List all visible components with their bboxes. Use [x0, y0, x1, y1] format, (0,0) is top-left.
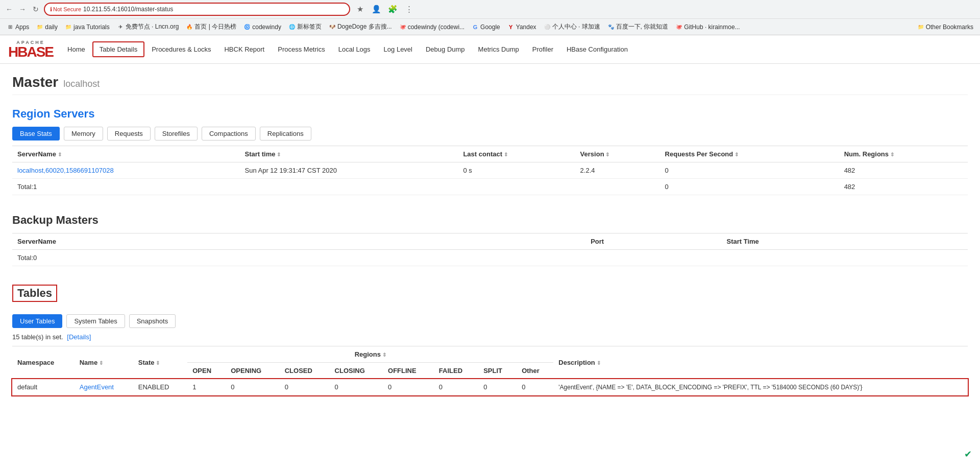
main-content: Master localhost Region Servers Base Sta…	[0, 64, 980, 406]
backup-masters-section: Backup Masters ServerName Port Start Tim…	[12, 214, 968, 266]
bookmark-java[interactable]: 📁 java Tutorials	[62, 22, 112, 32]
col-split: SPLIT	[478, 363, 517, 379]
info-icon: ℹ	[50, 6, 52, 13]
main-nav: Home Table Details Procedures & Locks HB…	[61, 41, 634, 57]
start-time-cell: Sun Apr 12 19:31:47 CST 2020	[239, 162, 458, 179]
total-version	[575, 179, 660, 195]
tables-table: Namespace Name State Regions Description…	[12, 346, 968, 395]
region-servers-table: ServerName Start time Last contact Versi…	[12, 146, 968, 195]
col-requests-per-second[interactable]: Requests Per Second	[660, 146, 839, 162]
jiasu-icon: ⚪	[544, 24, 551, 31]
table-name-link[interactable]: AgentEvent	[80, 383, 114, 391]
bookmark-newtab[interactable]: 🌐 新标签页	[286, 21, 324, 32]
region-servers-section: Region Servers Base Stats Memory Request…	[12, 107, 968, 195]
nav-home[interactable]: Home	[61, 42, 91, 56]
bookmark-daily-label: daily	[45, 24, 58, 31]
tab-replications[interactable]: Replications	[260, 127, 311, 141]
bookmark-lncn[interactable]: ✈ 免费节点 · Lncn.org	[114, 21, 182, 32]
bookmark-hotlist-label: 首页 | 今日热榜	[194, 22, 236, 31]
bookmark-newtab-label: 新标签页	[297, 22, 322, 31]
details-link[interactable]: [Details]	[67, 333, 91, 341]
bookmark-hotlist[interactable]: 🔥 首页 | 今日热榜	[183, 21, 239, 32]
address-bar[interactable]: ℹ Not Secure 10.211.55.4:16010/master-st…	[44, 3, 350, 16]
nav-log-level[interactable]: Log Level	[378, 42, 419, 56]
tables-header-row-1: Namespace Name State Regions Description	[12, 346, 968, 363]
bookmark-other[interactable]: 📁 Other Bookmarks	[915, 22, 976, 32]
bookmark-dogedoge-label: DogeDoge 多吉搜...	[337, 22, 392, 31]
backup-masters-table: ServerName Port Start Time Total:0	[12, 233, 968, 266]
reload-button[interactable]: ↻	[31, 4, 41, 14]
profile-button[interactable]: 👤	[370, 3, 383, 16]
bookmarks-bar: ⊞ Apps 📁 daily 📁 java Tutorials ✈ 免费节点 ·…	[0, 18, 980, 35]
col-regions[interactable]: Regions	[187, 346, 553, 363]
nav-local-logs[interactable]: Local Logs	[332, 42, 377, 56]
bookmark-star-button[interactable]: ★	[353, 3, 366, 16]
table-info: 15 table(s) in set. [Details]	[12, 333, 968, 341]
col-name[interactable]: Name	[75, 346, 133, 379]
total-last-contact	[458, 179, 575, 195]
tab-system-tables[interactable]: System Tables	[66, 314, 125, 328]
col-server-name[interactable]: ServerName	[12, 146, 239, 162]
bookmark-baidu[interactable]: 🐾 百度一下, 你就知道	[605, 21, 671, 32]
tab-user-tables[interactable]: User Tables	[12, 314, 62, 328]
tab-base-stats[interactable]: Base Stats	[12, 127, 60, 141]
bookmark-google[interactable]: G Google	[469, 22, 503, 32]
nav-hbck-report[interactable]: HBCK Report	[218, 42, 271, 56]
nav-table-details[interactable]: Table Details	[92, 41, 144, 57]
browser-right-controls: ★ 👤 🧩 ⋮	[353, 3, 420, 16]
globe-icon: 🌐	[288, 24, 296, 31]
server-name-link[interactable]: localhost,60020,1586691107028	[17, 167, 114, 174]
bookmark-apps[interactable]: ⊞ Apps	[4, 22, 32, 32]
bookmark-codewindy2[interactable]: 🐙 codewindy (codewi...	[397, 22, 467, 32]
tab-memory[interactable]: Memory	[64, 127, 103, 141]
back-button[interactable]: ←	[4, 4, 14, 14]
server-name-cell: localhost,60020,1586691107028	[12, 162, 239, 179]
col-failed: FAILED	[434, 363, 478, 379]
bm-total-row: Total:0	[12, 250, 968, 266]
col-num-regions[interactable]: Num. Regions	[839, 146, 968, 162]
col-state[interactable]: State	[133, 346, 187, 379]
tab-snapshots[interactable]: Snapshots	[129, 314, 176, 328]
total-start-time	[239, 179, 458, 195]
nav-profiler[interactable]: Profiler	[526, 42, 559, 56]
nav-process-metrics[interactable]: Process Metrics	[272, 42, 331, 56]
page-title: Master	[12, 74, 58, 90]
bookmark-jiasu[interactable]: ⚪ 个人中心 · 球加速	[541, 21, 603, 32]
name-cell: AgentEvent	[75, 379, 133, 395]
logo-hbase-text: HBASE	[8, 45, 53, 59]
bookmark-other-label: Other Bookmarks	[926, 24, 973, 31]
bookmark-github-kira[interactable]: 🐙 GitHub · kirainmoe...	[673, 22, 742, 32]
col-description[interactable]: Description	[553, 346, 968, 379]
other-cell: 0	[517, 379, 553, 395]
col-offline: OFFLINE	[383, 363, 434, 379]
col-last-contact[interactable]: Last contact	[458, 146, 575, 162]
bookmark-lncn-label: 免费节点 · Lncn.org	[126, 22, 179, 31]
nav-hbase-config[interactable]: HBase Configuration	[560, 42, 634, 56]
extensions-button[interactable]: 🧩	[386, 3, 399, 16]
col-start-time[interactable]: Start time	[239, 146, 458, 162]
bm-total-label: Total:0	[12, 250, 585, 266]
nav-metrics-dump[interactable]: Metrics Dump	[472, 42, 525, 56]
github-icon-2: 🐙	[675, 24, 682, 31]
requests-per-second-cell: 0	[660, 162, 839, 179]
nav-procedures-locks[interactable]: Procedures & Locks	[145, 42, 217, 56]
bookmark-github-kira-label: GitHub · kirainmoe...	[684, 24, 740, 31]
more-button[interactable]: ⋮	[402, 3, 415, 16]
site-header: APACHE HBASE Home Table Details Procedur…	[0, 35, 980, 64]
tables-tabs: User Tables System Tables Snapshots	[12, 314, 968, 328]
bookmark-codewindy[interactable]: 🌀 codewindy	[241, 22, 284, 32]
nav-debug-dump[interactable]: Debug Dump	[420, 42, 471, 56]
tab-storefiles[interactable]: Storefiles	[155, 127, 198, 141]
bookmark-daily[interactable]: 📁 daily	[34, 22, 60, 32]
table-row: localhost,60020,1586691107028 Sun Apr 12…	[12, 162, 968, 179]
bookmark-dogedoge[interactable]: 🐶 DogeDoge 多吉搜...	[326, 21, 395, 32]
forward-button[interactable]: →	[17, 4, 28, 14]
tab-compactions[interactable]: Compactions	[202, 127, 256, 141]
col-version[interactable]: Version	[575, 146, 660, 162]
github-icon: 🐙	[399, 24, 406, 31]
tab-requests[interactable]: Requests	[107, 127, 151, 141]
bookmark-yandex[interactable]: Y Yandex	[505, 22, 539, 32]
bookmark-yandex-label: Yandex	[516, 24, 536, 31]
open-cell: 1	[187, 379, 226, 395]
last-contact-cell: 0 s	[458, 162, 575, 179]
